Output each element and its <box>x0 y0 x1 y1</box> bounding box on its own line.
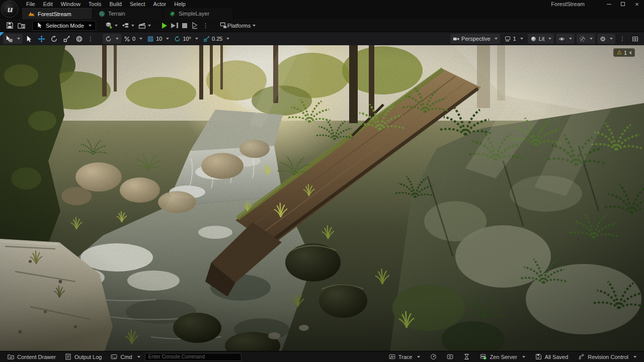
level-viewport[interactable]: ⚠ 1 <box>0 45 644 351</box>
browse-content-button[interactable] <box>16 21 27 31</box>
rotate-tool-button[interactable] <box>48 34 60 44</box>
gauge-icon <box>430 353 437 360</box>
save-icon <box>6 22 14 29</box>
platforms-label: Platforms <box>227 23 251 29</box>
blueprints-dropdown[interactable] <box>120 21 136 31</box>
tab-label: SimpleLayer <box>179 11 209 17</box>
transform-tool-dropdown[interactable] <box>3 34 23 44</box>
viewport-settings-dropdown[interactable]: ⚙ <box>597 34 615 44</box>
globe-icon <box>75 35 83 43</box>
surface-offset-dropdown[interactable]: 0 <box>121 34 145 44</box>
cmd-dropdown[interactable]: Cmd <box>106 351 144 362</box>
camera-speed-dropdown[interactable]: 1 <box>502 34 526 44</box>
scale-snap-dropdown[interactable]: 0.25 <box>201 34 232 44</box>
perspective-dropdown[interactable]: Perspective <box>450 34 500 44</box>
menu-tools[interactable]: Tools <box>85 0 106 8</box>
select-tool-button[interactable] <box>23 34 35 44</box>
minimize-icon <box>607 4 611 5</box>
launch-platform-icon <box>191 22 199 29</box>
platforms-devices-icon <box>220 22 227 29</box>
main-toolbar: Selection Mode <box>0 19 644 32</box>
surface-snapping-dropdown[interactable] <box>103 34 121 44</box>
unreal-engine-logo-icon[interactable]: u <box>1 1 18 18</box>
rotation-snap-dropdown[interactable]: 10° <box>172 34 201 44</box>
chevron-down-icon <box>17 38 20 40</box>
menu-build[interactable]: Build <box>106 0 126 8</box>
grid-snap-dropdown[interactable]: 10 <box>145 34 172 44</box>
layer-leaf-icon <box>169 11 176 17</box>
eye-icon <box>558 36 565 42</box>
skip-frame-button[interactable] <box>169 21 180 31</box>
preview-options-dropdown[interactable] <box>577 34 595 44</box>
terrain-sphere-icon <box>99 11 105 17</box>
zen-server-label: Zen Server <box>490 354 517 360</box>
chevron-down-icon <box>569 38 572 40</box>
viewport-options-kebab[interactable]: ⋮ <box>617 35 627 42</box>
cinematics-dropdown[interactable] <box>136 21 153 31</box>
unreal-editor-window: u File Edit Window Tools Build Select Ac… <box>0 0 644 362</box>
cmd-label: Cmd <box>120 354 132 360</box>
chevron-down-icon <box>131 25 134 27</box>
warning-count: 1 <box>624 50 627 56</box>
chevron-down-icon <box>115 25 118 27</box>
console-command-input[interactable] <box>145 353 242 361</box>
content-drawer-button[interactable]: Content Drawer <box>3 351 60 362</box>
viewport-focus-indicator <box>0 32 4 36</box>
menu-select[interactable]: Select <box>126 0 149 8</box>
quad-view-icon <box>632 36 638 42</box>
tab-foreststream[interactable]: ForestStream <box>22 8 93 19</box>
transform-options-kebab[interactable]: ⋮ <box>86 35 96 42</box>
folder-search-icon <box>18 22 25 29</box>
coordinate-system-button[interactable] <box>73 34 86 44</box>
surface-offset-icon <box>124 36 130 42</box>
camera-speed-value: 1 <box>513 36 516 42</box>
asset-tabbar: ForestStream Terrain SimpleLayer <box>0 8 644 19</box>
trace-dropdown[interactable]: Trace <box>384 351 425 362</box>
save-status-label: All Saved <box>545 354 568 360</box>
clapperboard-icon <box>138 22 146 29</box>
chevron-down-icon <box>89 25 92 27</box>
view-mode-dropdown[interactable]: Lit <box>528 34 554 44</box>
chevron-down-icon <box>417 356 420 358</box>
tab-simplelayer[interactable]: SimpleLayer <box>163 8 233 19</box>
add-actor-dropdown[interactable] <box>103 21 120 31</box>
pending-tasks-button[interactable] <box>459 351 474 362</box>
menu-window[interactable]: Window <box>57 0 85 8</box>
maximize-button[interactable] <box>616 0 630 8</box>
revision-control-dropdown[interactable]: Revision Control <box>574 351 641 362</box>
play-options-kebab[interactable]: ⋮ <box>201 22 211 29</box>
editor-mode-dropdown[interactable]: Selection Mode <box>32 21 96 31</box>
save-button[interactable] <box>4 21 16 31</box>
menu-edit[interactable]: Edit <box>39 0 57 8</box>
show-flags-dropdown[interactable] <box>556 34 575 44</box>
tab-terrain[interactable]: Terrain <box>93 8 163 19</box>
menu-file[interactable]: File <box>22 0 39 8</box>
viewport-toolbar: ⋮ 0 10 10° <box>0 32 644 45</box>
scale-tool-button[interactable] <box>60 34 73 44</box>
play-button[interactable] <box>160 21 169 31</box>
grid-snap-icon <box>147 36 154 42</box>
dashed-circle-pencil-icon <box>579 36 586 42</box>
save-status-button[interactable]: All Saved <box>531 351 573 362</box>
viewport-warning-badge[interactable]: ⚠ 1 <box>613 48 635 57</box>
minimize-button[interactable] <box>602 0 616 8</box>
trace-label: Trace <box>398 354 413 360</box>
stop-button[interactable] <box>180 21 189 31</box>
move-tool-button[interactable] <box>35 34 48 44</box>
snapshot-button[interactable] <box>442 351 458 362</box>
perspective-label: Perspective <box>461 36 490 42</box>
menu-actor[interactable]: Actor <box>149 0 171 8</box>
layout-quad-button[interactable] <box>629 34 641 44</box>
play-icon <box>162 23 167 29</box>
launch-button[interactable] <box>189 21 201 31</box>
chevron-down-icon <box>590 38 593 40</box>
menu-help[interactable]: Help <box>170 0 190 8</box>
output-log-button[interactable]: Output Log <box>60 351 106 362</box>
close-button[interactable]: × <box>630 0 644 8</box>
platforms-dropdown[interactable]: Platforms <box>218 21 258 31</box>
chevron-down-icon <box>116 38 119 40</box>
insights-gauge-button[interactable] <box>426 351 441 362</box>
chevron-down-icon <box>139 38 142 40</box>
revision-control-label: Revision Control <box>588 354 628 360</box>
zen-server-dropdown[interactable]: Zen Server <box>475 351 529 362</box>
